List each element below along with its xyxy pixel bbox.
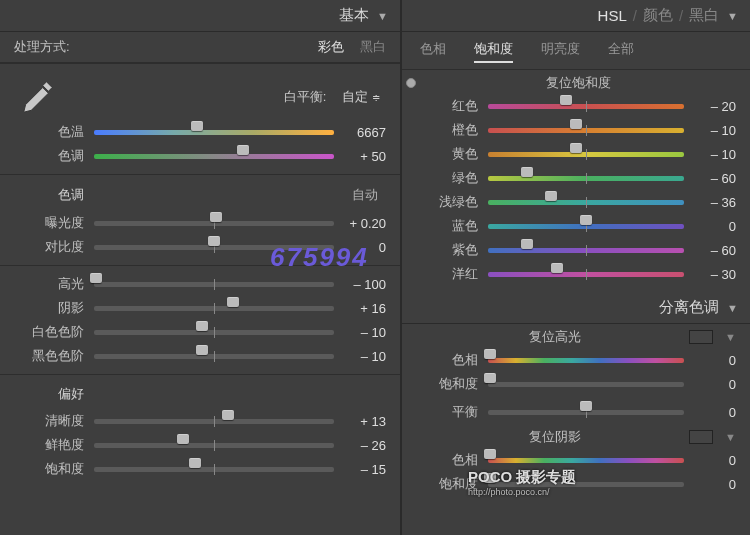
tint-value[interactable]: + 50 xyxy=(334,149,386,164)
sat-yellow-value[interactable]: – 10 xyxy=(684,147,736,162)
sat-red-slider[interactable] xyxy=(488,98,684,114)
tint-row: 色调 + 50 xyxy=(0,144,400,168)
hsl-header[interactable]: HSL/ 颜色/ 黑白 ▼ xyxy=(402,0,750,32)
temp-row: 色温 6667 xyxy=(0,120,400,144)
sat-magenta-label: 洋红 xyxy=(402,265,488,283)
split-tone-title: 分离色调 xyxy=(659,298,719,317)
wb-dropdown[interactable]: 自定 ≑ xyxy=(336,87,386,107)
reset-sat-label[interactable]: 复位饱和度 xyxy=(420,74,736,92)
reset-shadows-label[interactable]: 复位阴影 xyxy=(420,428,689,446)
highlights-value[interactable]: – 100 xyxy=(334,277,386,292)
reset-highlights-label[interactable]: 复位高光 xyxy=(420,328,689,346)
tab-luminance[interactable]: 明亮度 xyxy=(541,40,580,63)
temp-label: 色温 xyxy=(0,123,94,141)
blacks-slider[interactable] xyxy=(94,348,334,364)
blacks-label: 黑色色阶 xyxy=(0,347,94,365)
levels-section: 高光– 100 阴影+ 16 白色色阶– 10 黑色色阶– 10 xyxy=(0,265,400,374)
sat-aqua-value[interactable]: – 36 xyxy=(684,195,736,210)
collapse-icon[interactable]: ▼ xyxy=(377,10,388,22)
collapse-icon[interactable]: ▼ xyxy=(727,10,738,22)
whites-label: 白色色阶 xyxy=(0,323,94,341)
chevron-down-icon[interactable]: ▼ xyxy=(717,331,736,343)
treatment-label: 处理方式: xyxy=(14,38,70,56)
basic-header[interactable]: 基本 ▼ xyxy=(0,0,400,32)
hi-hue-slider[interactable] xyxy=(488,352,684,368)
whites-slider[interactable] xyxy=(94,324,334,340)
color-label[interactable]: 颜色 xyxy=(643,6,673,25)
hi-sat-value[interactable]: 0 xyxy=(684,377,736,392)
tab-all[interactable]: 全部 xyxy=(608,40,634,63)
hsl-label[interactable]: HSL xyxy=(598,7,627,24)
shadows-slider[interactable] xyxy=(94,300,334,316)
temp-value[interactable]: 6667 xyxy=(334,125,386,140)
saturation-value[interactable]: – 15 xyxy=(334,462,386,477)
highlights-slider[interactable] xyxy=(94,276,334,292)
tab-hue[interactable]: 色相 xyxy=(420,40,446,63)
hi-hue-label: 色相 xyxy=(402,351,488,369)
contrast-slider[interactable] xyxy=(94,239,334,255)
balance-value[interactable]: 0 xyxy=(684,405,736,420)
treatment-row: 处理方式: 彩色 黑白 xyxy=(0,32,400,63)
tab-saturation[interactable]: 饱和度 xyxy=(474,40,513,63)
sat-purple-value[interactable]: – 60 xyxy=(684,243,736,258)
clarity-slider[interactable] xyxy=(94,413,334,429)
saturation-slider[interactable] xyxy=(94,461,334,477)
sh-sat-label: 饱和度 xyxy=(402,475,488,493)
mode-bw[interactable]: 黑白 xyxy=(360,38,386,56)
sat-green-value[interactable]: – 60 xyxy=(684,171,736,186)
hi-sat-slider[interactable] xyxy=(488,376,684,392)
sat-red-label: 红色 xyxy=(402,97,488,115)
sat-blue-label: 蓝色 xyxy=(402,217,488,235)
wb-section: 白平衡: 自定 ≑ 色温 6667 色调 + 50 xyxy=(0,63,400,174)
vibrance-value[interactable]: – 26 xyxy=(334,438,386,453)
sat-aqua-slider[interactable] xyxy=(488,194,684,210)
sat-blue-slider[interactable] xyxy=(488,218,684,234)
blacks-value[interactable]: – 10 xyxy=(334,349,386,364)
sat-magenta-value[interactable]: – 30 xyxy=(684,267,736,282)
sat-magenta-slider[interactable] xyxy=(488,266,684,282)
sat-orange-slider[interactable] xyxy=(488,122,684,138)
hsl-tabs: 色相 饱和度 明亮度 全部 xyxy=(402,32,750,70)
sat-purple-label: 紫色 xyxy=(402,241,488,259)
highlights-reset-row: 复位高光▼ xyxy=(402,324,750,348)
sat-purple-slider[interactable] xyxy=(488,242,684,258)
sat-yellow-slider[interactable] xyxy=(488,146,684,162)
target-adjust-icon[interactable] xyxy=(402,78,420,88)
mode-color[interactable]: 彩色 xyxy=(318,38,344,56)
sat-blue-value[interactable]: 0 xyxy=(684,219,736,234)
sat-green-slider[interactable] xyxy=(488,170,684,186)
whites-value[interactable]: – 10 xyxy=(334,325,386,340)
vibrance-slider[interactable] xyxy=(94,437,334,453)
clarity-value[interactable]: + 13 xyxy=(334,414,386,429)
presence-header: 偏好 xyxy=(0,385,94,403)
tint-slider[interactable] xyxy=(94,148,334,164)
exposure-slider[interactable] xyxy=(94,215,334,231)
sat-orange-value[interactable]: – 10 xyxy=(684,123,736,138)
split-tone-header[interactable]: 分离色调 ▼ xyxy=(402,292,750,324)
sh-hue-label: 色相 xyxy=(402,451,488,469)
exposure-value[interactable]: + 0.20 xyxy=(334,216,386,231)
sh-hue-value[interactable]: 0 xyxy=(684,453,736,468)
temp-slider[interactable] xyxy=(94,124,334,140)
chevron-down-icon[interactable]: ▼ xyxy=(717,431,736,443)
sh-sat-value[interactable]: 0 xyxy=(684,477,736,492)
highlight-swatch[interactable] xyxy=(689,330,713,344)
sat-red-value[interactable]: – 20 xyxy=(684,99,736,114)
auto-button[interactable]: 自动 xyxy=(344,185,386,205)
bw-label[interactable]: 黑白 xyxy=(689,6,719,25)
balance-slider[interactable] xyxy=(488,404,684,420)
tint-label: 色调 xyxy=(0,147,94,165)
shadow-swatch[interactable] xyxy=(689,430,713,444)
hi-hue-value[interactable]: 0 xyxy=(684,353,736,368)
sat-green-label: 绿色 xyxy=(402,169,488,187)
collapse-icon[interactable]: ▼ xyxy=(727,302,738,314)
eyedropper-icon[interactable] xyxy=(0,78,94,116)
sat-orange-label: 橙色 xyxy=(402,121,488,139)
hi-sat-label: 饱和度 xyxy=(402,375,488,393)
wb-label: 白平衡: xyxy=(94,88,336,106)
shadows-value[interactable]: + 16 xyxy=(334,301,386,316)
sh-hue-slider[interactable] xyxy=(488,452,684,468)
sh-sat-slider[interactable] xyxy=(488,476,684,492)
contrast-value[interactable]: 0 xyxy=(334,240,386,255)
saturation-label: 饱和度 xyxy=(0,460,94,478)
